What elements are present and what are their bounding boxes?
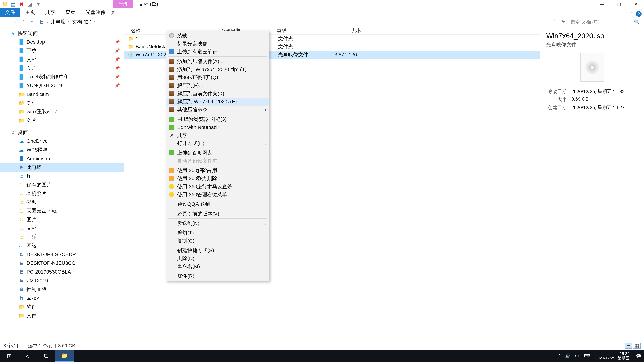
ribbon-tab-disc-tools[interactable]: 光盘映像工具 xyxy=(80,8,121,17)
nav-item[interactable]: ⚙控制面板 xyxy=(0,285,124,294)
context-menu-item[interactable]: 添加到压缩文件(A)... xyxy=(166,57,269,65)
context-menu-item[interactable]: 解压到当前文件夹(X) xyxy=(166,89,269,97)
context-menu-item[interactable]: 复制(C) xyxy=(166,237,269,245)
nav-item[interactable]: ▉YUNQISHI2019📌 xyxy=(0,81,124,90)
nav-history-button[interactable]: ˅ xyxy=(20,18,27,26)
nav-item[interactable]: 📁图片 xyxy=(0,116,124,125)
nav-item[interactable]: 📁文件 xyxy=(0,311,124,320)
nav-item[interactable]: 🗂本机照片 xyxy=(0,189,124,198)
nav-item[interactable]: 🗂音乐 xyxy=(0,233,124,241)
address-dropdown-icon[interactable]: ˅ xyxy=(553,19,556,25)
icons-view-button[interactable]: ▦ xyxy=(633,343,641,349)
taskbar[interactable]: ⊞ ⌕ ⧉ 📁 ˄ 🔊 中 ⌨ 16:32 2020/12/25, 星期五 💬 xyxy=(0,350,644,362)
context-menu-item[interactable]: 使用 360进行木马云查杀 xyxy=(166,183,269,191)
context-menu-item[interactable]: 重命名(M) xyxy=(166,263,269,271)
context-menu-item[interactable]: 打开方式(H)› xyxy=(166,139,269,147)
help-icon[interactable]: ? xyxy=(636,11,642,17)
context-menu-item[interactable]: 用360压缩打开(Q) xyxy=(166,73,269,81)
maximize-button[interactable]: ▢ xyxy=(610,0,627,8)
close-doc-icon[interactable]: ✖ xyxy=(18,1,25,7)
nav-item[interactable]: ▉图片📌 xyxy=(0,64,124,72)
context-menu-item[interactable]: 属性(R) xyxy=(166,272,269,280)
context-menu-item[interactable]: 使用 360解除占用 xyxy=(166,166,269,174)
breadcrumb[interactable]: 文档 (E:) xyxy=(72,18,92,25)
nav-item[interactable]: 🖥DESKTOP-NJEU3CG xyxy=(0,259,124,268)
minimize-button[interactable]: — xyxy=(594,0,610,8)
tray-overflow-icon[interactable]: ˄ xyxy=(558,354,560,359)
nav-item[interactable]: 🗑回收站 xyxy=(0,294,124,302)
nav-item[interactable]: ▉Desktop📌 xyxy=(0,37,124,46)
context-menu-item[interactable]: 其他压缩命令› xyxy=(166,106,269,114)
nav-item[interactable]: ▉文档📌 xyxy=(0,55,124,64)
nav-item[interactable]: 📁Bandicam xyxy=(0,90,124,98)
column-type[interactable]: 类型 xyxy=(277,28,322,34)
ribbon-tab-share[interactable]: 共享 xyxy=(40,8,60,17)
nav-item[interactable]: 🗂文档 xyxy=(0,224,124,233)
close-button[interactable]: ✕ xyxy=(627,0,644,8)
ribbon-tab-file[interactable]: 文件 xyxy=(0,8,20,17)
nav-item[interactable]: 🗂库 xyxy=(0,172,124,180)
context-menu-item[interactable]: 添加到 "Win7x64_2020.zip" (T) xyxy=(166,65,269,73)
nav-up-button[interactable]: ↑ xyxy=(28,18,36,26)
nav-item[interactable]: 📁win7重装win7 xyxy=(0,107,124,116)
context-menu-item[interactable]: 发送到(N)› xyxy=(166,219,269,227)
save-icon[interactable]: ▤ xyxy=(10,1,16,7)
nav-item[interactable]: 🗂图片 xyxy=(0,215,124,224)
context-menu-item[interactable]: 使用 360管理右键菜单 xyxy=(166,191,269,199)
nav-item[interactable]: 🖥PC-20190530OBLA xyxy=(0,268,124,276)
file-list-pane[interactable]: 名称 修改日期 类型 大小 📁 1 2020/12/15, 星期二 1… 文件夹… xyxy=(124,27,540,341)
nav-forward-button[interactable]: → xyxy=(11,18,18,26)
nav-item[interactable]: 🗂天翼云盘下载 xyxy=(0,206,124,215)
context-menu-item[interactable]: Edit with Notepad++ xyxy=(166,123,269,131)
start-button[interactable]: ⊞ xyxy=(0,350,18,362)
context-menu-item[interactable]: 通过QQ发送到 xyxy=(166,200,269,208)
context-menu-item[interactable]: 创建快捷方式(S) xyxy=(166,246,269,254)
breadcrumb-root[interactable]: 此电脑 xyxy=(50,18,66,25)
context-menu-item[interactable]: 上传到百度网盘 xyxy=(166,149,269,157)
nav-item[interactable]: 🗂保存的图片 xyxy=(0,180,124,189)
context-menu-item[interactable]: 上传到有道云笔记 xyxy=(166,48,269,56)
nav-item[interactable]: ▉excel表格制作求和📌 xyxy=(0,72,124,81)
column-size[interactable]: 大小 xyxy=(322,28,367,34)
context-menu-item[interactable]: 删除(D) xyxy=(166,254,269,263)
properties-icon[interactable]: ◪ xyxy=(26,1,33,7)
nav-back-button[interactable]: ← xyxy=(2,18,10,26)
tray-volume-icon[interactable]: 🔊 xyxy=(565,354,570,359)
context-menu-item[interactable]: ↗共享 xyxy=(166,131,269,139)
nav-item[interactable]: 📁软件 xyxy=(0,302,124,311)
search-input[interactable]: 搜索"文档 (E:)" 🔍 xyxy=(568,18,642,26)
ribbon-tab-view[interactable]: 查看 xyxy=(60,8,80,17)
taskbar-search-button[interactable]: ⌕ xyxy=(18,350,37,362)
details-view-button[interactable]: ☰ xyxy=(625,343,632,349)
context-menu-item[interactable]: 剪切(T) xyxy=(166,229,269,237)
taskbar-explorer-button[interactable]: 📁 xyxy=(55,350,74,362)
nav-item[interactable]: 📁G:\ xyxy=(0,98,124,107)
context-menu-item[interactable]: 解压到 Win7x64_2020\ (E) xyxy=(166,97,269,106)
context-menu-item[interactable]: 装载 xyxy=(166,32,269,40)
nav-item[interactable]: ★快速访问 xyxy=(0,29,124,37)
nav-item[interactable]: ▉下载📌 xyxy=(0,46,124,55)
nav-item[interactable]: 🖥桌面 xyxy=(0,128,124,137)
nav-item[interactable]: 🖧网络 xyxy=(0,241,124,250)
qat-dropdown-icon[interactable]: ▾ xyxy=(35,1,42,7)
refresh-icon[interactable]: ⟳ xyxy=(560,19,565,25)
ribbon-tab-home[interactable]: 主页 xyxy=(20,8,40,17)
nav-item[interactable]: ☁WPS网盘 xyxy=(0,145,124,154)
tray-ime-icon[interactable]: 中 xyxy=(575,353,580,359)
nav-item[interactable]: 🗂视频 xyxy=(0,198,124,206)
address-bar[interactable]: 🖥 › 此电脑 › 文档 (E:) › ˅ ⟳ xyxy=(37,18,567,26)
nav-item[interactable]: 👤Administrator xyxy=(0,154,124,163)
tray-clock[interactable]: 16:32 2020/12/25, 星期五 xyxy=(595,352,630,361)
task-view-button[interactable]: ⧉ xyxy=(37,350,55,362)
ribbon-collapse-icon[interactable]: ˄ xyxy=(630,11,632,17)
context-menu-item[interactable]: 解压到(F)... xyxy=(166,81,269,89)
nav-item[interactable]: 🖥ZMT2019 xyxy=(0,276,124,285)
context-tab-manage[interactable]: 管理 xyxy=(113,0,134,8)
action-center-icon[interactable]: 💬 xyxy=(636,354,641,359)
system-tray[interactable]: ˄ 🔊 中 ⌨ 16:32 2020/12/25, 星期五 💬 xyxy=(558,352,644,361)
navigation-pane[interactable]: ★快速访问▉Desktop📌▉下载📌▉文档📌▉图片📌▉excel表格制作求和📌▉… xyxy=(0,27,124,341)
nav-item[interactable]: 🖥DESKTOP-LSSOEDP xyxy=(0,250,124,259)
context-menu-item[interactable]: 还原以前的版本(V) xyxy=(166,210,269,218)
nav-item[interactable]: 🖥此电脑 xyxy=(0,163,124,172)
nav-item[interactable]: ☁OneDrive xyxy=(0,137,124,145)
